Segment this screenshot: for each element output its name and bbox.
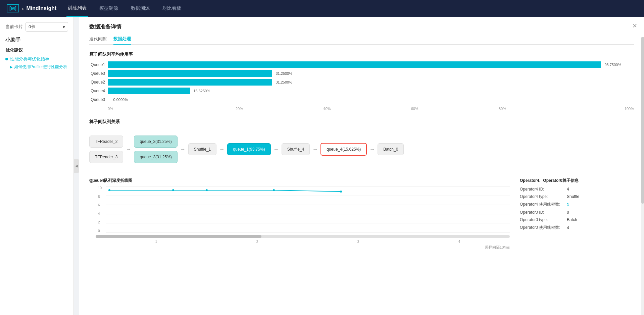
profiler-link-label: 如何使用Profiler进行性能分析 [14,64,67,70]
bar-row-queue3: Queue3 31.2500% [89,70,634,77]
arrow-icon-2: → [180,146,186,152]
bar-rows: Queue1 93.7500% Queue3 31.2500% Queue2 3… [89,61,634,103]
bar-container-0: 93.7500% [108,61,634,68]
optimization-title: 优化建议 [5,47,68,53]
bottom-section: Queue4队列深度折线图 深度 10 8 6 4 2 [89,178,634,250]
y-tick-0: 0 [98,229,102,233]
depth-chart-inner: 10 8 6 4 2 0 [96,186,510,250]
x-tick-2: 2 [256,240,258,244]
depth-chart-title: Queue4队列深度折线图 [89,178,510,183]
flow-node-tfreader2[interactable]: TFReader_2 [89,136,123,148]
nav-model-trace[interactable]: 模型溯源 [98,0,119,17]
scrollbar-thumb [96,235,261,238]
bar-chart-section: 算子间队列平均使用率 Queue1 93.7500% Queue3 31.250… [89,51,634,111]
arrow-icon-6: → [369,146,375,152]
page-title: 数据准备详情 [89,23,634,31]
svg-point-0 [108,189,110,191]
svg-point-3 [273,189,275,191]
flow-node-shuffle1[interactable]: Shuffle_1 [188,143,217,155]
x-axis-label: 采样间隔10/ms [106,245,510,250]
nav-train-list[interactable]: 训练列表 [66,0,88,17]
flow-col-tfreaders: TFReader_2 TFReader_3 [89,136,123,163]
flow-node-shuffle4[interactable]: Shuffle_4 [282,143,310,155]
x-ticks: 1 2 3 4 [106,240,510,244]
bar-label-0: Queue1 [89,62,108,67]
arrow-right-icon: ▶ [10,65,13,69]
bar-row-queue2: Queue2 31.2500% [89,79,634,86]
flow-node-queue1[interactable]: queue_1(93.75%) [227,143,270,155]
flow-node-queue2[interactable]: queue_2(31.25%) [134,136,177,148]
logo: [M] s MindInsight [7,4,56,12]
y-tick-4: 4 [98,212,102,216]
y-ticks: 10 8 6 4 2 0 [98,186,102,233]
card-value: 0卡 [29,24,35,30]
info-val-3: 0 [567,210,569,215]
flow-col-queues23: queue_2(31.25%) queue_3(31.25%) [134,136,177,163]
bar-container-4: 0.0000% [108,96,634,103]
close-button[interactable]: ✕ [632,22,637,30]
flow-node-queue4[interactable]: queue_4(15.625%) [320,143,367,156]
bar-fill-1: 31.2500% [108,70,272,77]
arrow-icon-1: → [126,146,131,152]
info-key-4: Operator0 type: [520,217,567,222]
flow-node-batch0[interactable]: Batch_0 [378,143,404,155]
svg-point-2 [206,189,208,191]
info-row-4: Operator0 type: Batch [520,217,634,222]
bullet-performance-label: 性能分析与优化指导 [10,56,49,62]
flow-diagram: TFReader_2 TFReader_3 → queue_2(31.25%) … [89,129,634,170]
info-val-5: 4 [567,225,569,230]
bar-value-3: 15.6250% [193,89,210,93]
bar-container-2: 31.2500% [108,79,634,86]
bar-row-queue0: Queue0 0.0000% [89,96,634,103]
logo-bracket: [M] [7,4,19,12]
flow-section: 算子间队列关系 TFReader_2 TFReader_3 → queue_2(… [89,119,634,170]
info-key-0: Operator4 ID: [520,187,567,192]
bar-chart-title: 算子间队列平均使用率 [89,51,634,57]
info-key-1: Operator4 type: [520,194,567,199]
bar-container-1: 31.2500% [108,70,634,77]
sidebar-collapse-handle[interactable]: ◀ [74,159,79,173]
bar-fill-0: 93.7500% [108,61,601,68]
card-select-row: 当前卡片 0卡 ▾ [5,22,68,32]
info-row-1: Operator4 type: Shuffle [520,194,634,199]
flow-node-tfreader3[interactable]: TFReader_3 [89,151,123,163]
axis-20pct: 20% [195,107,283,111]
bullet-dot-icon [5,58,8,60]
info-row-0: Operator4 ID: 4 [520,187,634,192]
right-scrollbar[interactable] [641,37,644,315]
nav-data-trace[interactable]: 数据溯源 [130,0,151,17]
axis-0pct: 0% [108,107,195,111]
operator-rows: Operator4 ID: 4 Operator4 type: Shuffle … [520,187,634,230]
bar-row-queue1: Queue1 93.7500% [89,61,634,68]
depth-chart-scrollbar[interactable] [96,235,510,238]
nav-compare-board[interactable]: 对比看板 [161,0,183,17]
bar-fill-2: 31.2500% [108,79,272,86]
bar-value-0: 93.7500% [604,63,621,67]
sidebar: 当前卡片 0卡 ▾ 小助手 优化建议 性能分析与优化指导 ▶ 如何使用Profi… [0,17,74,315]
assistant-title: 小助手 [5,37,68,43]
profiler-link[interactable]: ▶ 如何使用Profiler进行性能分析 [10,64,68,70]
arrow-icon-3: → [219,146,225,152]
bar-label-4: Queue0 [89,97,108,102]
x-tick-1: 1 [155,240,157,244]
card-select[interactable]: 0卡 ▾ [26,22,68,32]
card-label: 当前卡片 [5,24,23,30]
arrow-icon-5: → [312,146,318,152]
axis-40pct: 40% [283,107,371,111]
info-val-1: Shuffle [567,194,579,199]
chevron-left-icon: ◀ [75,164,78,168]
info-val-2: 1 [567,202,569,207]
right-scrollbar-thumb [641,37,644,204]
chevron-down-icon: ▾ [63,24,65,30]
y-tick-10: 10 [98,186,102,190]
depth-chart-area: 10 8 6 4 2 0 [106,186,510,233]
tab-iteration[interactable]: 迭代间隙 [89,34,107,45]
tab-data-processing[interactable]: 数据处理 [113,34,131,45]
x-tick-3: 3 [357,240,359,244]
flow-node-queue3[interactable]: queue_3(31.25%) [134,151,177,163]
bar-label-1: Queue3 [89,71,108,76]
bar-value-2: 31.2500% [276,80,292,84]
x-tick-4: 4 [458,240,460,244]
depth-chart: Queue4队列深度折线图 深度 10 8 6 4 2 [89,178,510,250]
tab-bar: 迭代间隙 数据处理 [89,34,634,45]
